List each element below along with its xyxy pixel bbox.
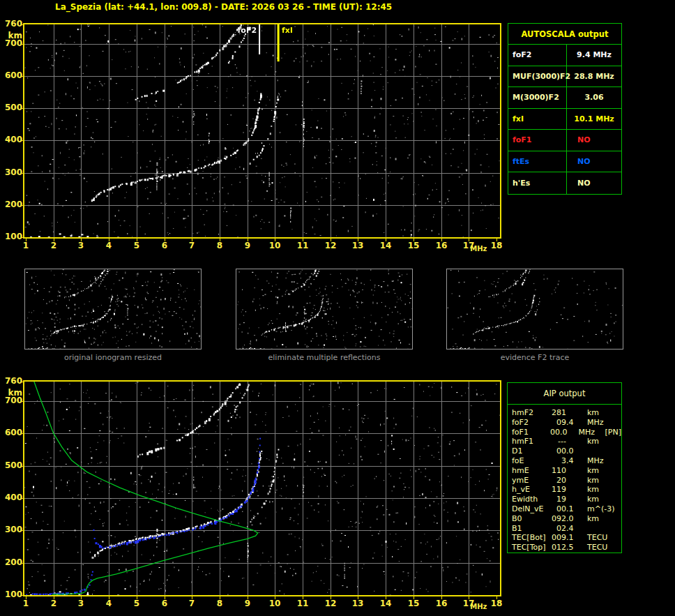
x-axis-tick-label: 12: [325, 599, 337, 608]
y-axis-tick-label: 500: [1, 461, 22, 470]
param-label: B1: [512, 524, 548, 534]
param-value-frac: .0: [566, 446, 587, 456]
autoscala-table-rows: foF29.4 MHzMUF(3000)F228.8 MHzM(3000)F23…: [508, 45, 621, 194]
table-row: hmF1---km: [512, 437, 621, 446]
x-axis-tick-label: 1: [23, 241, 29, 250]
x-axis-tick: [26, 239, 26, 241]
y-axis-tick-label: 300: [1, 525, 22, 534]
x-axis-tick-label: 14: [380, 241, 392, 250]
y-axis-tick-label: 600: [1, 428, 22, 437]
table-row: foF29.4 MHz: [508, 45, 621, 66]
y-axis-tick: [22, 205, 24, 206]
param-label: D1: [512, 446, 548, 456]
y-axis-tick-label: 300: [1, 168, 22, 177]
top-ionogram-canvas: [24, 24, 500, 237]
x-axis-tick: [275, 596, 275, 599]
param-value-int: 19: [548, 495, 566, 504]
x-axis-tick-label: 3: [78, 241, 84, 250]
y-axis-tick-label: 400: [1, 493, 22, 502]
table-row: foF1NO: [508, 130, 621, 151]
param-value-int: 009: [548, 533, 566, 543]
x-axis-unit-label: MHz: [470, 245, 487, 253]
x-axis-tick: [358, 596, 358, 599]
aip-table-rows: hmF2281kmfoF209.4MHzfoF100.0MHz[PN]hmF1-…: [508, 405, 621, 553]
autoscala-table-header: AUTOSCALA output: [508, 24, 621, 45]
table-row: MUF(3000)F228.8 MHz: [508, 66, 621, 88]
param-value-int: 02: [548, 524, 566, 534]
table-row: h_vE119km: [512, 485, 621, 495]
y-axis-tick: [22, 466, 24, 467]
x-axis-tick-label: 5: [134, 241, 139, 250]
y-axis-tick: [22, 76, 24, 77]
param-label: Ewidth: [512, 495, 548, 504]
param-unit: km: [587, 476, 611, 486]
param-unit: [587, 524, 611, 534]
x-axis-tick-label: 7: [189, 241, 195, 250]
param-value-int: ---: [548, 437, 566, 446]
table-row: ftEsNO: [508, 151, 621, 173]
table-row: B0092.0km: [512, 514, 621, 524]
x-axis-tick-label: 2: [51, 599, 56, 608]
x-axis-tick-label: 9: [245, 599, 250, 608]
x-axis-tick: [54, 596, 54, 599]
x-axis-tick: [248, 239, 248, 241]
y-axis-tick-label: 200: [1, 558, 22, 567]
x-axis-tick: [414, 596, 414, 599]
x-axis-tick-label: 18: [491, 599, 503, 608]
x-axis-tick: [248, 596, 248, 599]
table-row: D100.0: [512, 446, 621, 456]
x-axis-tick-label: 11: [297, 241, 309, 250]
param-value-int: 3: [548, 456, 566, 466]
thumbnail-eliminate: [236, 269, 413, 350]
x-axis-tick-label: 8: [217, 241, 222, 250]
aip-output-table: AIP output hmF2281kmfoF209.4MHzfoF100.0M…: [507, 382, 622, 553]
x-axis-tick-label: 13: [352, 241, 364, 250]
param-label: TEC[Top]: [512, 543, 548, 553]
param-value-frac: [566, 437, 587, 446]
param-label: fxI: [508, 109, 567, 130]
x-axis-tick-label: 1: [23, 599, 29, 608]
y-axis-tick: [22, 595, 24, 596]
thumbnail-canvas: [447, 269, 623, 349]
y-axis-tick: [22, 44, 24, 45]
y-axis-tick-label: 760: [1, 377, 22, 386]
x-axis-tick-label: 9: [245, 241, 250, 250]
x-axis-tick: [386, 239, 386, 241]
bottom-ionogram-plot: [23, 380, 501, 596]
param-value-int: 092: [548, 514, 566, 524]
param-value-int: 012: [548, 543, 566, 553]
autoscala-output-table: AUTOSCALA output foF29.4 MHzMUF(3000)F22…: [508, 23, 622, 195]
param-value-int: 09: [548, 418, 566, 428]
x-axis-tick: [441, 596, 442, 599]
y-axis-tick: [22, 140, 24, 141]
table-row: foF209.4MHz: [512, 418, 621, 428]
x-axis-tick: [137, 596, 137, 599]
x-axis-tick-label: 4: [106, 241, 112, 250]
bottom-ionogram-canvas: [24, 382, 500, 595]
param-unit: km: [587, 495, 611, 504]
x-axis-tick-label: 4: [106, 599, 112, 608]
thumbnail-caption: evidence F2 trace: [501, 353, 570, 362]
table-row: h'EsNO: [508, 172, 621, 194]
x-axis-tick: [137, 239, 137, 241]
x-axis-tick-label: 10: [269, 599, 281, 608]
param-label: TEC[Bot]: [512, 533, 548, 543]
param-unit: MHz: [587, 418, 611, 428]
y-axis-tick: [22, 382, 24, 382]
param-value: NO: [567, 151, 621, 172]
param-value-int: 00: [548, 504, 566, 514]
param-value-frac: .4: [566, 418, 587, 428]
y-axis-tick: [22, 108, 24, 109]
table-row: hmF2281km: [512, 408, 621, 418]
x-axis-tick: [165, 596, 165, 599]
x-axis-tick: [331, 239, 331, 241]
param-value-int: 20: [548, 476, 566, 486]
x-axis-tick: [275, 239, 275, 241]
y-axis-tick-label: 200: [1, 200, 22, 209]
table-row: foF100.0MHz[PN]: [512, 428, 621, 437]
thumbnail-canvas: [25, 269, 201, 349]
param-value-frac: .4: [566, 456, 587, 466]
x-axis-tick-label: 8: [217, 599, 222, 608]
top-ionogram-plot: [23, 23, 501, 239]
param-unit: [587, 446, 611, 456]
